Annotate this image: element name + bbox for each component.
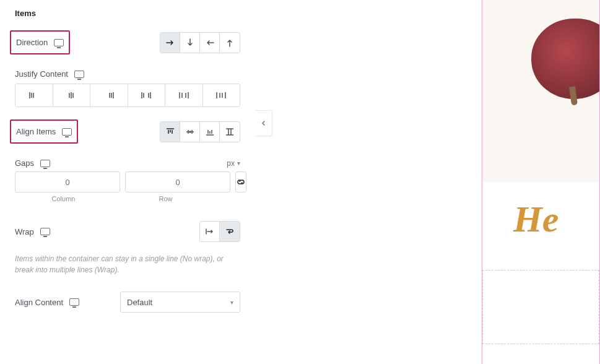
align-content-label: Align Content [15,298,63,307]
preview-heading: He [513,198,559,241]
gaps-column-input[interactable] [15,171,120,193]
gaps-unit-text: px [227,159,235,168]
responsive-icon[interactable] [74,71,84,78]
chevron-down-icon: ▾ [237,160,240,167]
direction-row-reverse-button[interactable] [200,33,220,53]
justify-around-button[interactable] [165,84,203,106]
section-title: Items [15,0,240,23]
justify-row-header: Justify Content [15,62,240,81]
gaps-label-wrap: Gaps [15,158,50,168]
justify-center-button[interactable] [53,84,91,106]
align-start-button[interactable] [160,122,180,142]
chevron-down-icon: ▾ [230,299,233,306]
align-content-label-wrap: Align Content [15,298,79,307]
align-center-button[interactable] [180,122,200,142]
wrap-label: Wrap [15,227,34,236]
gaps-row-header: Gaps px▾ [15,151,240,171]
align-stretch-button[interactable] [220,122,240,142]
preview-placeholder [482,270,599,344]
wrap-wrap-button[interactable] [220,222,240,241]
align-content-value: Default [127,298,152,307]
justify-end-button[interactable] [90,84,128,106]
gaps-link-button[interactable] [235,171,246,193]
justify-label-wrap: Justify Content [15,69,84,79]
direction-label: Direction [16,38,48,47]
responsive-icon[interactable] [62,128,72,136]
align-row: Align Items [15,112,240,151]
wrap-row: Wrap [15,214,240,249]
align-label-highlight: Align Items [10,119,78,144]
wrap-hint: Items within the container can stay in a… [15,249,240,284]
gaps-row-input[interactable] [125,171,230,193]
direction-label-highlight: Direction [10,30,70,54]
wrap-label-wrap: Wrap [15,227,50,236]
align-buttons [160,121,240,142]
gaps-row-label: Row [117,195,214,202]
gaps-inputs [15,171,240,193]
gaps-sublabels: Column Row [15,195,240,202]
responsive-icon[interactable] [40,228,50,235]
direction-buttons [160,32,240,53]
align-label: Align Items [16,127,56,136]
align-content-select[interactable]: Default ▾ [120,292,240,313]
justify-between-button[interactable] [128,84,166,106]
collapse-panel-button[interactable] [255,110,272,136]
responsive-icon[interactable] [40,160,50,167]
direction-column-button[interactable] [180,33,200,53]
gaps-unit[interactable]: px▾ [227,159,240,168]
direction-row: Direction [15,23,240,62]
gaps-label: Gaps [15,158,34,168]
gaps-column-label: Column [15,195,112,202]
justify-buttons [15,84,240,107]
beet-image [531,19,599,99]
responsive-icon[interactable] [54,39,64,46]
align-end-button[interactable] [200,122,220,142]
wrap-nowrap-button[interactable] [200,222,220,241]
align-content-row: Align Content Default ▾ [15,284,240,320]
preview-image-block [482,0,599,182]
direction-row-button[interactable] [160,33,180,53]
wrap-buttons [199,221,240,242]
justify-label: Justify Content [15,69,68,79]
preview-canvas: He [482,0,600,364]
direction-column-reverse-button[interactable] [220,33,240,53]
justify-evenly-button[interactable] [203,84,240,106]
responsive-icon[interactable] [69,298,79,306]
justify-start-button[interactable] [15,84,53,106]
layout-panel: Items Direction Justify Content Align It… [0,0,255,364]
